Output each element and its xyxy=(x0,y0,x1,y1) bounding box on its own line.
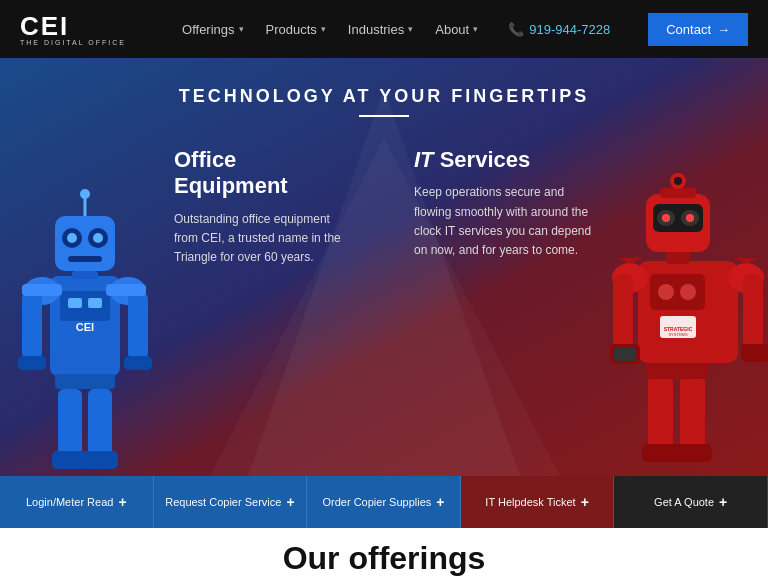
offerings-title: Our offerings xyxy=(283,540,486,577)
plus-icon: + xyxy=(118,494,126,510)
svg-marker-59 xyxy=(618,258,642,264)
svg-rect-17 xyxy=(128,291,148,361)
plus-icon: + xyxy=(719,494,727,510)
svg-text:SYSTEMS: SYSTEMS xyxy=(668,332,687,337)
arrow-icon: → xyxy=(717,22,730,37)
chevron-down-icon: ▾ xyxy=(321,24,326,34)
red-robot: STRATEGIC SYSTEMS xyxy=(608,106,768,476)
svg-rect-22 xyxy=(88,389,112,459)
hero-col-equipment: Office Equipment Outstanding office equi… xyxy=(174,147,354,267)
it-body: Keep operations secure and flowing smoot… xyxy=(414,183,594,260)
svg-rect-53 xyxy=(660,188,696,198)
svg-point-52 xyxy=(686,214,694,222)
svg-rect-44 xyxy=(614,347,636,361)
svg-rect-12 xyxy=(68,256,102,262)
hero-section: CEI xyxy=(0,58,768,476)
quick-link-helpdesk-label: IT Helpdesk Ticket xyxy=(485,496,575,508)
quick-link-supplies[interactable]: Order Copier Supplies + xyxy=(307,476,461,528)
nav-links: Offerings ▾ Products ▾ Industries ▾ Abou… xyxy=(182,13,748,46)
hero-title: TECHNOLOGY AT YOUR FINGERTIPS xyxy=(179,86,589,107)
svg-rect-6 xyxy=(88,298,102,308)
quick-link-helpdesk[interactable]: IT Helpdesk Ticket + xyxy=(461,476,615,528)
svg-rect-18 xyxy=(18,356,46,370)
nav-offerings[interactable]: Offerings ▾ xyxy=(182,22,244,37)
quick-link-quote-label: Get A Quote xyxy=(654,496,714,508)
chevron-down-icon: ▾ xyxy=(239,24,244,34)
blue-robot: CEI xyxy=(0,116,170,476)
svg-point-55 xyxy=(674,177,682,185)
svg-rect-24 xyxy=(82,451,118,469)
phone-number: 919-944-7228 xyxy=(529,22,610,37)
svg-rect-33 xyxy=(674,444,712,462)
nav-industries-label: Industries xyxy=(348,22,404,37)
nav-products-label: Products xyxy=(266,22,317,37)
svg-rect-28 xyxy=(22,284,62,296)
chevron-down-icon: ▾ xyxy=(473,24,478,34)
hero-col-it: IT Services Keep operations secure and f… xyxy=(414,147,594,267)
nav-offerings-label: Offerings xyxy=(182,22,235,37)
svg-rect-20 xyxy=(55,374,115,389)
quick-link-service-label: Request Copier Service xyxy=(165,496,281,508)
svg-rect-29 xyxy=(106,284,146,296)
hero-title-section: TECHNOLOGY AT YOUR FINGERTIPS xyxy=(179,86,589,117)
svg-rect-13 xyxy=(72,271,98,279)
svg-point-38 xyxy=(680,284,696,300)
chevron-down-icon: ▾ xyxy=(408,24,413,34)
quick-link-login[interactable]: Login/Meter Read + xyxy=(0,476,154,528)
it-title: IT Services xyxy=(414,147,594,173)
svg-marker-60 xyxy=(734,258,758,264)
equipment-body: Outstanding office equipment from CEI, a… xyxy=(174,210,354,268)
equipment-title: Office Equipment xyxy=(174,147,354,200)
quick-link-login-label: Login/Meter Read xyxy=(26,496,113,508)
contact-button[interactable]: Contact → xyxy=(648,13,748,46)
phone-icon: 📞 xyxy=(508,22,524,37)
svg-rect-41 xyxy=(613,274,633,349)
hero-title-underline xyxy=(359,115,409,117)
logo-subtitle: THE DIGITAL OFFICE xyxy=(20,39,126,46)
svg-rect-16 xyxy=(22,291,42,361)
svg-rect-19 xyxy=(124,356,152,370)
phone-link[interactable]: 📞 919-944-7228 xyxy=(508,22,610,37)
svg-rect-5 xyxy=(68,298,82,308)
svg-point-51 xyxy=(662,214,670,222)
svg-rect-4 xyxy=(60,291,110,321)
svg-rect-21 xyxy=(58,389,82,459)
nav-industries[interactable]: Industries ▾ xyxy=(348,22,413,37)
nav-about-label: About xyxy=(435,22,469,37)
nav-products[interactable]: Products ▾ xyxy=(266,22,326,37)
navbar: CEI THE DIGITAL OFFICE Offerings ▾ Produ… xyxy=(0,0,768,58)
quick-link-service[interactable]: Request Copier Service + xyxy=(154,476,308,528)
svg-point-11 xyxy=(93,233,103,243)
quick-link-quote[interactable]: Get A Quote + xyxy=(614,476,768,528)
quick-links-bar: Login/Meter Read + Request Copier Servic… xyxy=(0,476,768,528)
plus-icon: + xyxy=(436,494,444,510)
svg-rect-42 xyxy=(743,274,763,349)
svg-point-10 xyxy=(67,233,77,243)
offerings-section: Our offerings xyxy=(0,528,768,588)
nav-about[interactable]: About ▾ xyxy=(435,22,478,37)
quick-link-supplies-label: Order Copier Supplies xyxy=(322,496,431,508)
contact-label: Contact xyxy=(666,22,711,37)
svg-text:CEI: CEI xyxy=(76,321,94,333)
plus-icon: + xyxy=(581,494,589,510)
logo-text: CEI xyxy=(20,13,126,39)
plus-icon: + xyxy=(286,494,294,510)
logo[interactable]: CEI THE DIGITAL OFFICE xyxy=(20,13,126,46)
svg-rect-45 xyxy=(741,344,768,362)
svg-point-27 xyxy=(80,189,90,199)
svg-point-37 xyxy=(658,284,674,300)
